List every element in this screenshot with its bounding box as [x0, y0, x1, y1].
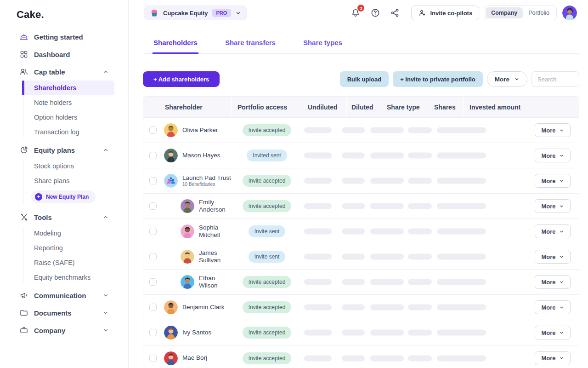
- shareholder-cell: Emily Anderson: [143, 199, 231, 213]
- tab-share-types[interactable]: Share types: [302, 34, 343, 54]
- skeleton-invested-amount: [437, 203, 486, 209]
- sidebar-item-reporting[interactable]: Reporting: [22, 241, 114, 255]
- data-cells: [303, 143, 527, 168]
- row-checkbox[interactable]: [149, 253, 157, 260]
- help-icon[interactable]: [370, 8, 380, 18]
- company-selector[interactable]: Cupcake Equity PRO: [144, 6, 247, 20]
- row-checkbox[interactable]: [149, 304, 157, 311]
- plus-icon: +: [35, 193, 42, 201]
- skeleton-invested-amount: [437, 330, 486, 336]
- sidebar-item-stock-options[interactable]: Stock options: [22, 159, 114, 173]
- row-checkbox[interactable]: [149, 278, 157, 286]
- sidebar-item-shareholders[interactable]: Shareholders: [22, 80, 114, 95]
- notification-count-badge: 3: [357, 5, 364, 12]
- shareholder-avatar: [181, 199, 194, 213]
- row-checkbox[interactable]: [149, 152, 157, 159]
- sidebar-item-communication[interactable]: Communication: [0, 287, 128, 304]
- sidebar-item-modeling[interactable]: Modeling: [22, 226, 114, 241]
- skeleton-diluted: [342, 153, 365, 159]
- shareholders-table: Shareholder Portfolio access Undiluted D…: [143, 96, 579, 368]
- row-checkbox[interactable]: [149, 228, 157, 235]
- chevron-down-icon: [559, 128, 564, 133]
- search-input[interactable]: [531, 71, 579, 87]
- row-more-button[interactable]: More: [535, 199, 571, 213]
- equity-plans-children: Stock options Share plans + New Equity P…: [22, 159, 114, 207]
- chevron-down-icon: [514, 76, 520, 82]
- toggle-option-portfolio[interactable]: Portfolio: [523, 7, 555, 18]
- toolbar-right: Bulk upload + Invite to private portfoli…: [340, 71, 579, 87]
- sidebar-item-dashboard[interactable]: Dashboard: [0, 46, 128, 63]
- sidebar-item-equity-benchmarks[interactable]: Equity benchmarks: [22, 270, 114, 285]
- data-cells: [303, 194, 527, 218]
- row-more-button[interactable]: More: [535, 300, 571, 314]
- row-checkbox[interactable]: [149, 202, 157, 210]
- tab-shareholders[interactable]: Shareholders: [153, 34, 198, 54]
- sidebar-item-label: Communication: [34, 292, 86, 299]
- sidebar-item-share-plans[interactable]: Share plans: [22, 173, 114, 188]
- row-actions-cell: More: [527, 199, 579, 213]
- notifications-bell-icon[interactable]: 3: [351, 8, 361, 18]
- status-badge: Invite accepted: [243, 276, 292, 288]
- row-actions-cell: More: [527, 300, 579, 314]
- bulk-upload-button[interactable]: Bulk upload: [340, 71, 389, 87]
- sidebar-item-documents[interactable]: Documents: [0, 304, 128, 322]
- row-checkbox[interactable]: [149, 126, 157, 134]
- row-more-button[interactable]: More: [535, 224, 571, 238]
- row-more-label: More: [541, 203, 555, 210]
- sidebar-item-equity-plans[interactable]: Equity plans: [0, 141, 128, 159]
- add-shareholders-button[interactable]: + Add shareholders: [143, 71, 220, 87]
- sidebar: Cake. Getting started Dashboard Cap tabl…: [0, 0, 129, 368]
- sidebar-item-note-holders[interactable]: Note holders: [22, 95, 114, 110]
- portfolio-access-cell: Invite accepted: [231, 352, 303, 364]
- row-more-label: More: [541, 178, 555, 184]
- sidebar-item-label: Company: [34, 327, 65, 334]
- invite-copilots-button[interactable]: Invite co-pilots: [411, 6, 479, 20]
- row-more-button[interactable]: More: [535, 149, 571, 162]
- sidebar-item-tools[interactable]: Tools: [0, 208, 128, 226]
- sidebar-item-option-holders[interactable]: Option holders: [22, 110, 114, 125]
- shareholder-name: Benjamin Clark: [182, 304, 225, 311]
- shareholder-name-wrap: Ivy Santos: [182, 329, 211, 336]
- tab-share-transfers[interactable]: Share transfers: [224, 34, 277, 54]
- portfolio-access-cell: Invite sent: [231, 251, 303, 263]
- skeleton-shares: [408, 203, 432, 209]
- row-actions-cell: More: [527, 326, 579, 339]
- row-more-button[interactable]: More: [535, 250, 571, 264]
- chevron-down-icon: [102, 292, 109, 299]
- chevron-down-icon: [102, 310, 109, 316]
- row-more-label: More: [541, 127, 555, 134]
- row-more-button[interactable]: More: [535, 123, 571, 137]
- row-checkbox[interactable]: [149, 329, 157, 336]
- shareholder-name: Ivy Santos: [182, 329, 211, 336]
- sidebar-item-cap-table[interactable]: Cap table: [0, 63, 128, 80]
- row-checkbox[interactable]: [149, 355, 157, 362]
- row-more-button[interactable]: More: [535, 174, 571, 188]
- shareholder-name: Mason Hayes: [182, 152, 220, 159]
- sidebar-item-transaction-log[interactable]: Transaction log: [22, 125, 114, 139]
- row-more-button[interactable]: More: [535, 326, 571, 339]
- skeleton-shares: [408, 153, 432, 159]
- table-row: Launch Pad Trust 10 Beneficiaries Invite…: [143, 168, 579, 194]
- status-badge: Invited sent: [247, 150, 287, 161]
- toggle-option-company[interactable]: Company: [486, 7, 523, 18]
- user-avatar[interactable]: [562, 6, 577, 20]
- sidebar-item-company[interactable]: Company: [0, 322, 128, 339]
- row-actions-cell: More: [527, 275, 579, 289]
- row-more-button[interactable]: More: [535, 351, 571, 365]
- cake-slice-icon: [19, 32, 28, 41]
- skeleton-shares: [408, 330, 432, 336]
- briefcase-icon: [19, 326, 28, 335]
- row-more-button[interactable]: More: [535, 275, 571, 289]
- shareholder-name: Olivia Parker: [182, 126, 218, 134]
- column-header-undiluted: Undiluted: [303, 97, 346, 117]
- share-icon[interactable]: [390, 8, 400, 18]
- row-checkbox[interactable]: [149, 177, 157, 184]
- sidebar-item-getting-started[interactable]: Getting started: [0, 28, 128, 46]
- more-dropdown-button[interactable]: More: [487, 71, 527, 87]
- sidebar-nav: Getting started Dashboard Cap table Shar…: [0, 28, 128, 339]
- invite-private-portfolio-button[interactable]: + Invite to private portfolio: [393, 71, 483, 87]
- new-equity-plan-button[interactable]: + New Equity Plan: [31, 190, 96, 203]
- status-badge: Invite accepted: [243, 352, 292, 364]
- skeleton-share-type: [370, 279, 404, 285]
- sidebar-item-raise-safe[interactable]: Raise (SAFE): [22, 255, 114, 270]
